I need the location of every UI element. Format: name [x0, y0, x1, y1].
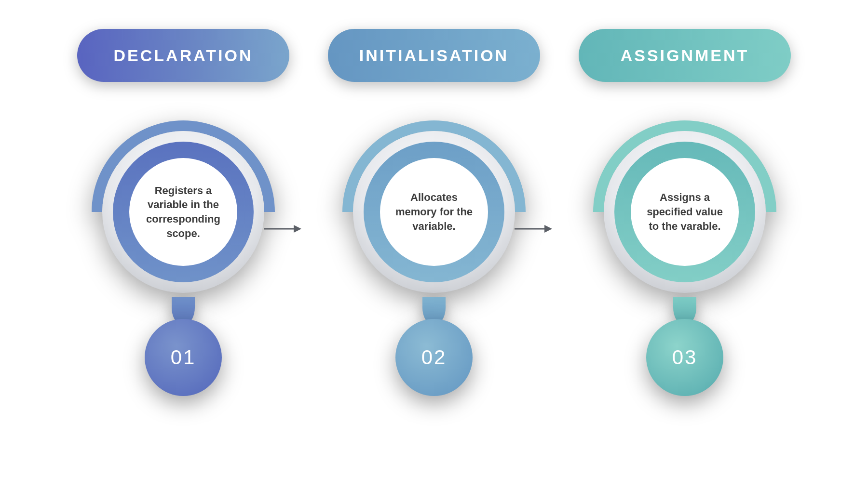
step-number: 02 [421, 346, 447, 369]
center-circle: Assigns a specified value to the varable… [631, 158, 739, 266]
step-description: Allocates memory for the variable. [391, 190, 477, 233]
step-number-circle: 03 [646, 319, 723, 396]
step-title-pill: ASSIGNMENT [579, 29, 791, 82]
step-number-circle: 02 [395, 319, 473, 396]
step-circle: Assigns a specified value to the varable… [593, 120, 776, 303]
step-circle: Registers a variable in the correspondin… [92, 120, 275, 303]
step-declaration: DECLARATION Registers a variable in the … [77, 29, 289, 396]
step-description: Registers a variable in the correspondin… [140, 184, 227, 241]
step-assignment: ASSIGNMENT Assigns a specified value to … [579, 29, 791, 396]
diagram-container: DECLARATION Registers a variable in the … [0, 0, 868, 488]
step-number-circle: 01 [145, 319, 222, 396]
svg-marker-3 [544, 225, 552, 233]
center-circle: Registers a variable in the correspondin… [129, 158, 237, 266]
step-number: 03 [672, 346, 698, 369]
svg-marker-1 [294, 225, 301, 233]
step-title: ASSIGNMENT [621, 46, 749, 65]
step-title: DECLARATION [114, 46, 253, 65]
center-circle: Allocates memory for the variable. [380, 158, 488, 266]
step-title-pill: INITIALISATION [328, 29, 540, 82]
step-title: INITIALISATION [359, 46, 509, 65]
step-number: 01 [171, 346, 196, 369]
step-circle: Allocates memory for the variable. [342, 120, 526, 303]
step-title-pill: DECLARATION [77, 29, 289, 82]
step-initialisation: INITIALISATION Allocates memory for the … [328, 29, 540, 396]
arrow-right-icon [263, 222, 301, 236]
arrow-right-icon [514, 222, 552, 236]
step-description: Assigns a specified value to the varable… [641, 190, 728, 233]
